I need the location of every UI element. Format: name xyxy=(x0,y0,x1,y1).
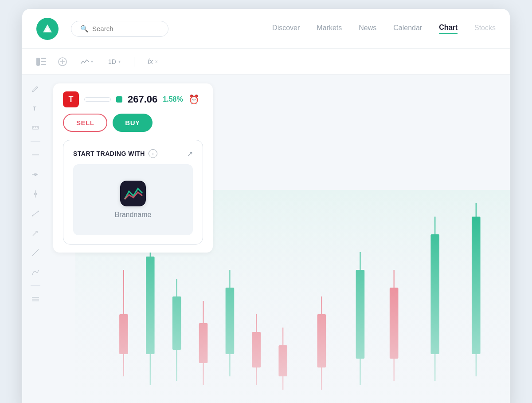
timeframe-label: 1D xyxy=(108,58,116,65)
svg-line-20 xyxy=(33,231,37,236)
fx-btn[interactable]: fx x xyxy=(144,56,161,67)
app-container: 🔍 Discover Markets News Calendar Chart S… xyxy=(22,9,510,403)
chart-type-chevron: ▾ xyxy=(91,59,93,64)
search-bar[interactable]: 🔍 xyxy=(71,21,168,37)
stock-header: T 267.06 1.58% ⏰ xyxy=(63,91,203,107)
stock-clock-icon: ⏰ xyxy=(188,94,200,105)
nav-discover[interactable]: Discover xyxy=(272,24,300,34)
svg-rect-3 xyxy=(41,64,46,65)
svg-rect-2 xyxy=(41,61,46,62)
chart-type-btn[interactable]: ▾ xyxy=(77,57,97,67)
brand-box[interactable]: Brandname xyxy=(73,164,193,235)
nav-stocks[interactable]: Stocks xyxy=(474,24,496,34)
svg-rect-25 xyxy=(120,181,146,206)
ruler-tool[interactable] xyxy=(29,122,42,134)
trading-card-header: START TRADING WITH i ↗ xyxy=(73,149,193,158)
tool-divider-2 xyxy=(31,285,40,286)
svg-point-18 xyxy=(32,215,34,217)
nav-news[interactable]: News xyxy=(359,24,376,34)
main-nav: Discover Markets News Calendar Chart Sto… xyxy=(272,24,496,34)
chart-area: T xyxy=(22,75,510,403)
vertical-line-tool[interactable] xyxy=(29,188,42,200)
header: 🔍 Discover Markets News Calendar Chart S… xyxy=(22,9,510,49)
app-logo[interactable] xyxy=(36,18,59,40)
stock-pill[interactable] xyxy=(84,97,111,102)
sidebar-tools: T xyxy=(22,75,49,403)
svg-text:T: T xyxy=(33,105,36,112)
external-link-icon[interactable]: ↗ xyxy=(187,150,193,158)
brand-name: Brandname xyxy=(115,211,152,219)
curve-tool[interactable] xyxy=(29,266,42,278)
sidebar-toggle-icon[interactable] xyxy=(35,55,48,68)
search-icon: 🔍 xyxy=(80,25,89,33)
add-indicator-icon[interactable] xyxy=(56,55,69,68)
svg-rect-1 xyxy=(41,58,46,59)
stock-price: 267.06 xyxy=(128,94,157,105)
trend-line-tool[interactable] xyxy=(29,207,42,220)
nav-calendar[interactable]: Calendar xyxy=(393,24,422,34)
timeframe-chevron: ▾ xyxy=(118,59,121,64)
action-buttons: SELL BUY xyxy=(63,114,203,132)
tool-divider-1 xyxy=(31,141,40,142)
arrow-tool[interactable] xyxy=(29,227,42,239)
diagonal-line-tool[interactable] xyxy=(29,246,42,259)
fx-label: fx xyxy=(148,58,153,66)
sell-button[interactable]: SELL xyxy=(63,114,107,132)
horizontal-line-tool[interactable] xyxy=(29,149,42,161)
price-line-tool[interactable] xyxy=(29,168,42,181)
tesla-icon: T xyxy=(63,91,79,107)
stock-info-panel: T 267.06 1.58% ⏰ SELL BUY START TRADING … xyxy=(53,83,213,253)
text-tool[interactable]: T xyxy=(29,102,42,115)
search-input[interactable] xyxy=(92,25,159,32)
svg-rect-0 xyxy=(36,58,40,66)
more-tools[interactable] xyxy=(29,293,42,305)
trading-card-title: START TRADING WITH xyxy=(73,150,145,157)
timeframe-btn[interactable]: 1D ▾ xyxy=(105,56,124,67)
trading-card: START TRADING WITH i ↗ xyxy=(63,140,203,245)
svg-line-21 xyxy=(32,249,39,256)
chart-toolbar: ▾ 1D ▾ fx x xyxy=(22,49,510,75)
buy-button[interactable]: BUY xyxy=(113,114,152,132)
nav-chart[interactable]: Chart xyxy=(439,24,458,34)
brand-logo xyxy=(120,181,146,206)
nav-markets[interactable]: Markets xyxy=(317,24,342,34)
chart-content: T 267.06 1.58% ⏰ SELL BUY START TRADING … xyxy=(49,75,510,403)
info-icon[interactable]: i xyxy=(149,149,157,158)
svg-line-17 xyxy=(32,211,39,216)
stock-change: 1.58% xyxy=(163,95,183,103)
svg-point-19 xyxy=(38,211,39,212)
toolbar-divider xyxy=(134,57,134,67)
pencil-tool[interactable] xyxy=(29,83,42,95)
stock-color-dot xyxy=(116,96,122,103)
